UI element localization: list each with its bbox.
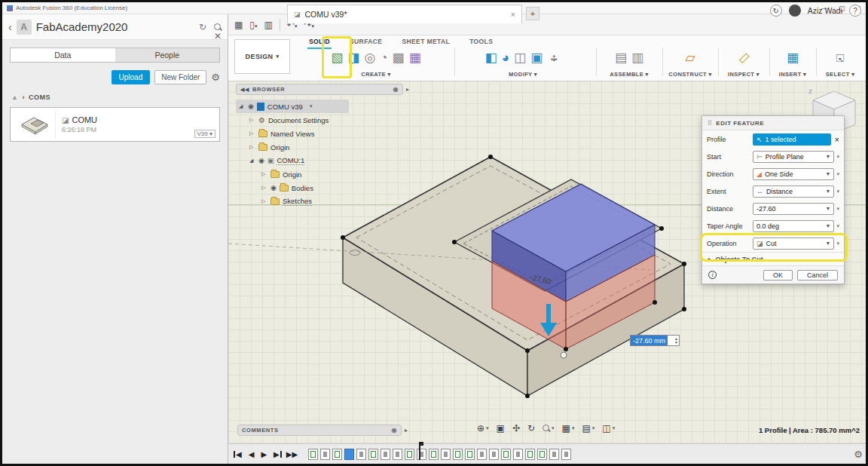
timeline-extrude-feature-icon[interactable]: [561, 449, 571, 460]
flyout-arrow-icon[interactable]: ▾: [836, 171, 839, 177]
timeline-extrude-feature-icon[interactable]: [381, 449, 390, 460]
dimension-value-input[interactable]: -27.60 mm ▲▼: [630, 335, 680, 346]
collapsed-arrow-icon[interactable]: ▷: [249, 117, 255, 123]
timeline-sketch-feature-icon[interactable]: [537, 449, 547, 460]
timeline-extrude-feature-icon[interactable]: [441, 449, 451, 460]
version-badge[interactable]: V39 ▾: [194, 130, 215, 138]
fillet-icon[interactable]: ◕: [502, 51, 509, 64]
user-name[interactable]: Aziz Wadi: [808, 6, 842, 15]
objects-to-cut-section[interactable]: ▸ Objects To Cut: [702, 252, 844, 265]
timeline-selected-feature-icon[interactable]: [344, 449, 354, 460]
panel-knob-icon[interactable]: ◉: [391, 427, 397, 434]
collapsed-arrow-icon[interactable]: ▷: [261, 171, 267, 177]
collapsed-arrow-icon[interactable]: ▷: [261, 185, 267, 191]
timeline-sketch-feature-icon[interactable]: [525, 449, 535, 460]
move-copy-icon[interactable]: ↔↕: [547, 51, 561, 64]
display-settings-icon[interactable]: ▦▾: [562, 423, 575, 434]
file-icon[interactable]: ▯▾: [249, 20, 257, 30]
dialog-header[interactable]: ⠿ EDIT FEATURE: [702, 116, 844, 130]
measure-icon[interactable]: ▭: [735, 48, 752, 66]
combine-icon[interactable]: ▣: [530, 51, 542, 64]
fit-icon[interactable]: ⊕▾: [477, 423, 489, 434]
browser-flyout-arrow[interactable]: ▸: [406, 86, 409, 93]
timeline-settings-gear-icon[interactable]: ⚙: [854, 449, 863, 460]
tree-item-bodies[interactable]: ▷ ◉ Bodies: [236, 181, 403, 195]
chevron-down-icon[interactable]: ▼: [309, 104, 313, 109]
step-forward-icon[interactable]: ▶: [274, 450, 280, 458]
go-to-start-icon[interactable]: ◀: [236, 450, 242, 458]
tree-item-document-settings[interactable]: ▷ ⚙ Document Settings: [236, 113, 403, 127]
extent-select[interactable]: ↔ Distance ▼: [753, 185, 834, 198]
timeline-sketch-feature-icon[interactable]: [308, 449, 318, 460]
timeline-sketch-feature-icon[interactable]: [332, 449, 342, 460]
insert-image-icon[interactable]: ▦: [787, 51, 799, 64]
cancel-button[interactable]: Cancel: [797, 270, 838, 281]
job-status-icon[interactable]: ↻: [770, 5, 782, 17]
upload-button[interactable]: Upload: [112, 70, 151, 84]
visibility-eye-icon[interactable]: ◉: [270, 184, 277, 192]
press-pull-icon[interactable]: ◧: [485, 51, 497, 64]
orbit-icon[interactable]: ↻: [527, 423, 535, 434]
new-component-icon[interactable]: ▤: [615, 51, 627, 64]
modify-group-label[interactable]: MODIFY ▾: [509, 71, 537, 78]
file-item-comu[interactable]: ◪COMU 6:26:18 PM V39 ▾: [10, 107, 220, 142]
timeline-extrude-feature-icon[interactable]: [549, 449, 559, 460]
timeline-sketch-feature-icon[interactable]: [453, 449, 463, 460]
timeline-sketch-feature-icon[interactable]: [501, 449, 511, 460]
panel-close-icon[interactable]: ✕: [214, 31, 222, 41]
zoom-icon[interactable]: ▾: [542, 425, 555, 432]
comments-header[interactable]: COMMENTS ◉: [237, 425, 402, 436]
insert-group-label[interactable]: INSERT ▾: [779, 71, 807, 78]
save-icon[interactable]: ▥: [264, 20, 272, 30]
tree-item-named-views[interactable]: ▷ Named Views: [236, 127, 403, 140]
tab-data[interactable]: Data: [11, 48, 115, 62]
look-at-icon[interactable]: ▣: [497, 423, 505, 434]
timeline-extrude-feature-icon[interactable]: [477, 449, 487, 460]
visibility-eye-icon[interactable]: ◉: [248, 103, 254, 110]
tree-item-comu1[interactable]: ◢ ◉ ▣ COMU:1: [236, 154, 403, 167]
step-back-icon[interactable]: ◀: [249, 450, 255, 458]
play-icon[interactable]: ▶: [261, 450, 267, 458]
create-group-label[interactable]: CREATE ▾: [361, 71, 390, 78]
grid-menu-icon[interactable]: ▦: [234, 20, 243, 30]
user-avatar[interactable]: [789, 5, 801, 17]
flyout-arrow-icon[interactable]: ▾: [836, 206, 839, 212]
new-tab-button[interactable]: +: [526, 7, 539, 20]
pan-icon[interactable]: ✣: [512, 423, 520, 434]
taper-angle-input[interactable]: 0.0 deg ▼: [753, 220, 834, 232]
viewports-icon[interactable]: ◫▾: [602, 423, 615, 434]
timeline-sketch-feature-icon[interactable]: [405, 449, 414, 460]
panel-knob-icon[interactable]: ◉: [393, 86, 399, 93]
tab-people[interactable]: People: [115, 48, 220, 62]
construct-plane-icon[interactable]: ▱: [685, 51, 695, 64]
construct-group-label[interactable]: CONSTRUCT ▾: [668, 71, 711, 78]
drag-grip-icon[interactable]: ⠿: [708, 120, 712, 127]
visibility-eye-icon[interactable]: ◉: [258, 157, 264, 164]
profile-selected-chip[interactable]: ↖ 1 selected: [753, 133, 831, 146]
timeline-sketch-feature-icon[interactable]: [368, 449, 378, 460]
design-workspace-dropdown[interactable]: DESIGN▾: [234, 39, 290, 74]
start-select[interactable]: ⊢ Profile Plane ▼: [753, 151, 834, 163]
distance-input[interactable]: -27.60 ▼: [753, 203, 834, 215]
clear-selection-icon[interactable]: ×: [835, 135, 839, 144]
shell-icon[interactable]: ◫: [514, 51, 526, 64]
collapse-arrow-icon[interactable]: ◀◀: [240, 87, 249, 93]
timeline-playhead[interactable]: [419, 442, 420, 460]
browser-header[interactable]: ◀◀ BROWSER ◉: [236, 84, 403, 95]
timeline-extrude-feature-icon[interactable]: [356, 449, 366, 460]
document-tab[interactable]: ◪ COMU v39* ×: [287, 5, 522, 23]
comments-flyout-arrow[interactable]: ▸: [405, 427, 408, 434]
tree-item-origin[interactable]: ▷ Origin: [236, 140, 403, 154]
timeline-extrude-feature-icon[interactable]: [320, 449, 330, 460]
pattern-icon[interactable]: ▦: [409, 51, 421, 64]
timeline-extrude-feature-icon[interactable]: [513, 449, 523, 460]
flyout-arrow-icon[interactable]: ▾: [836, 154, 839, 160]
timeline-sketch-feature-icon[interactable]: [465, 449, 475, 460]
timeline-extrude-feature-icon[interactable]: [489, 449, 499, 460]
select-cursor-icon[interactable]: □↖: [836, 51, 844, 64]
direction-select[interactable]: ◢ One Side ▼: [753, 168, 834, 180]
collapsed-arrow-icon[interactable]: ▷: [249, 144, 255, 150]
stepper-icon[interactable]: ▲▼: [674, 337, 679, 345]
breadcrumb-label[interactable]: COMS: [29, 94, 50, 101]
tree-item-root[interactable]: ◢ ◉ COMU v39 ▼: [236, 100, 349, 113]
